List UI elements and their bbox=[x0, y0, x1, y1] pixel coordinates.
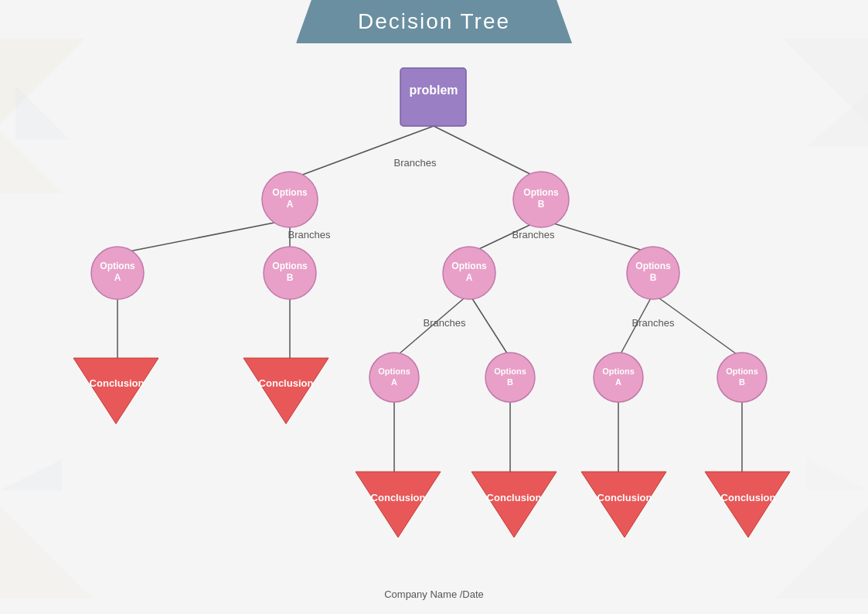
svg-marker-69 bbox=[705, 472, 790, 537]
svg-text:Conclusion: Conclusion bbox=[259, 377, 314, 389]
svg-text:Options: Options bbox=[378, 367, 410, 376]
svg-text:A: A bbox=[466, 272, 473, 283]
svg-line-14 bbox=[541, 220, 653, 254]
main-area: problem Options A Options B Options A Op… bbox=[0, 0, 868, 614]
svg-text:problem: problem bbox=[409, 84, 458, 97]
svg-text:Branches: Branches bbox=[288, 229, 331, 240]
svg-text:A: A bbox=[391, 377, 397, 387]
svg-text:Options: Options bbox=[100, 261, 135, 271]
svg-line-18 bbox=[469, 294, 510, 358]
svg-line-11 bbox=[117, 220, 290, 254]
svg-text:Options: Options bbox=[602, 367, 635, 376]
svg-text:Branches: Branches bbox=[424, 317, 466, 329]
svg-text:Conclusion: Conclusion bbox=[90, 377, 145, 389]
svg-text:B: B bbox=[739, 377, 745, 387]
svg-text:Conclusion: Conclusion bbox=[487, 492, 542, 503]
svg-text:Branches: Branches bbox=[394, 157, 437, 169]
svg-text:B: B bbox=[507, 377, 513, 387]
svg-line-9 bbox=[290, 126, 434, 179]
svg-text:Options: Options bbox=[726, 367, 758, 376]
title-banner: Decision Tree bbox=[296, 0, 572, 43]
svg-text:Options: Options bbox=[635, 261, 671, 271]
svg-text:Branches: Branches bbox=[512, 229, 555, 240]
svg-marker-63 bbox=[356, 472, 441, 537]
svg-line-10 bbox=[434, 126, 541, 179]
svg-text:Conclusion: Conclusion bbox=[721, 492, 776, 503]
svg-text:Options: Options bbox=[272, 187, 308, 198]
svg-text:Conclusion: Conclusion bbox=[371, 492, 426, 503]
svg-text:Options: Options bbox=[451, 261, 487, 271]
svg-text:B: B bbox=[287, 272, 294, 283]
svg-text:A: A bbox=[114, 272, 121, 283]
svg-text:B: B bbox=[650, 272, 657, 283]
svg-marker-65 bbox=[471, 472, 557, 537]
svg-marker-61 bbox=[243, 358, 328, 424]
svg-rect-27 bbox=[400, 68, 466, 126]
svg-text:Options: Options bbox=[272, 261, 308, 271]
svg-text:A: A bbox=[615, 377, 621, 387]
svg-text:A: A bbox=[287, 199, 294, 210]
svg-text:Options: Options bbox=[523, 187, 559, 198]
footer-text: Company Name /Date bbox=[384, 588, 484, 600]
diagram-svg: problem Options A Options B Options A Op… bbox=[0, 0, 868, 614]
title-text: Decision Tree bbox=[358, 9, 510, 33]
svg-text:Options: Options bbox=[494, 367, 526, 376]
svg-text:Branches: Branches bbox=[632, 317, 675, 329]
svg-text:B: B bbox=[538, 199, 545, 210]
svg-marker-59 bbox=[73, 358, 158, 424]
svg-text:Conclusion: Conclusion bbox=[597, 492, 652, 503]
svg-marker-67 bbox=[581, 472, 666, 537]
